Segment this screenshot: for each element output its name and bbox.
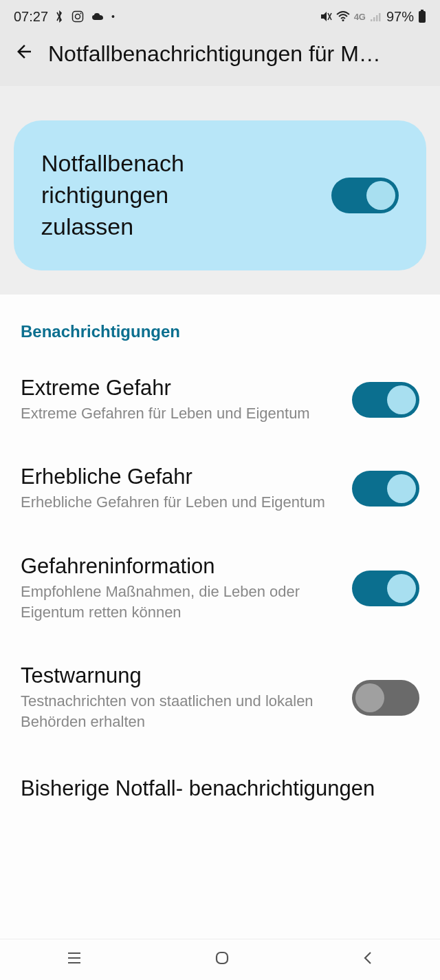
toggle-test-warning[interactable] <box>352 680 419 716</box>
toggle-extreme-danger[interactable] <box>352 382 419 418</box>
bluetooth-icon <box>55 10 65 23</box>
signal-icon <box>370 11 382 22</box>
battery-icon <box>418 10 426 23</box>
setting-significant-danger[interactable]: Erhebliche Gefahr Erhebliche Gefahren fü… <box>21 465 419 513</box>
mute-icon <box>320 10 332 23</box>
cloud-icon <box>91 12 104 21</box>
setting-danger-info[interactable]: Gefahreninformation Empfohlene Maßnahmen… <box>21 554 419 622</box>
svg-rect-6 <box>371 19 373 21</box>
setting-title: Testwarnung <box>21 663 338 688</box>
section-header: Benachrichtigungen <box>21 322 419 341</box>
setting-subtitle: Testnachrichten von staatlichen und loka… <box>21 691 338 732</box>
setting-text: Testwarnung Testnachrichten von staatlic… <box>21 663 338 732</box>
dot-icon: • <box>111 11 115 22</box>
instagram-icon <box>72 10 84 23</box>
navigation-bar <box>0 939 440 980</box>
app-header: Notfallbenachrichtigungen für M… <box>0 33 440 86</box>
setting-title: Erhebliche Gefahr <box>21 465 338 489</box>
setting-subtitle: Erhebliche Gefahren für Leben und Eigent… <box>21 492 338 513</box>
toggle-knob <box>387 385 416 414</box>
status-time: 07:27 <box>14 9 48 25</box>
toggle-knob <box>366 181 395 210</box>
status-left: 07:27 • <box>14 9 115 25</box>
svg-rect-8 <box>376 15 378 21</box>
setting-title: Gefahreninformation <box>21 554 338 579</box>
setting-subtitle: Empfohlene Maßnahmen, die Leben oder Eig… <box>21 582 338 622</box>
setting-text: Gefahreninformation Empfohlene Maßnahmen… <box>21 554 338 622</box>
setting-title: Bisherige Notfall- benachrichtigungen <box>21 774 419 803</box>
svg-rect-11 <box>419 11 426 23</box>
home-button[interactable] <box>213 949 231 971</box>
svg-rect-9 <box>379 13 381 21</box>
setting-subtitle: Extreme Gefahren für Leben und Eigentum <box>21 403 338 424</box>
svg-rect-0 <box>73 12 83 22</box>
setting-text: Bisherige Notfall- benachrichtigungen <box>21 774 419 806</box>
toggle-knob <box>387 574 416 603</box>
svg-rect-7 <box>373 17 375 21</box>
svg-rect-15 <box>217 952 228 963</box>
svg-point-2 <box>80 13 82 14</box>
recents-button[interactable] <box>65 949 83 971</box>
wifi-icon <box>336 11 350 22</box>
settings-content: Benachrichtigungen Extreme Gefahr Extrem… <box>0 295 440 807</box>
master-toggle[interactable] <box>331 178 399 213</box>
toggle-knob <box>387 474 416 503</box>
back-button[interactable] <box>14 41 34 67</box>
network-label: 4G <box>354 12 366 22</box>
status-right: 4G 97% <box>320 9 426 25</box>
toggle-danger-info[interactable] <box>352 571 419 606</box>
setting-test-warning[interactable]: Testwarnung Testnachrichten von staatlic… <box>21 663 419 732</box>
hero-section: Notfallbenach richtigungen zulassen <box>0 86 440 295</box>
setting-extreme-danger[interactable]: Extreme Gefahr Extreme Gefahren für Lebe… <box>21 376 419 424</box>
toggle-knob <box>355 683 384 712</box>
back-nav-button[interactable] <box>361 949 375 971</box>
setting-title: Extreme Gefahr <box>21 376 338 401</box>
battery-percent: 97% <box>386 9 414 25</box>
setting-history[interactable]: Bisherige Notfall- benachrichtigungen <box>21 774 419 806</box>
svg-point-1 <box>76 14 80 19</box>
svg-rect-10 <box>421 10 424 11</box>
master-toggle-card[interactable]: Notfallbenach richtigungen zulassen <box>14 120 426 270</box>
svg-point-5 <box>342 19 344 21</box>
page-title: Notfallbenachrichtigungen für M… <box>48 41 381 67</box>
setting-text: Extreme Gefahr Extreme Gefahren für Lebe… <box>21 376 338 424</box>
master-toggle-label: Notfallbenach richtigungen zulassen <box>41 148 261 243</box>
setting-text: Erhebliche Gefahr Erhebliche Gefahren fü… <box>21 465 338 513</box>
toggle-significant-danger[interactable] <box>352 471 419 507</box>
status-bar: 07:27 • 4G 97% <box>0 0 440 33</box>
